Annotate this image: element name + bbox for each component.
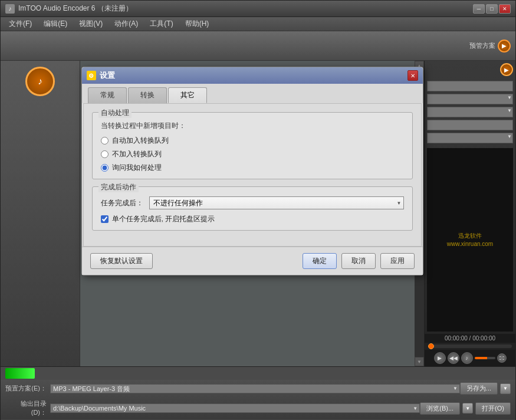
volume-slider[interactable] xyxy=(475,357,495,359)
output-extra-btn[interactable]: ▼ xyxy=(462,403,473,414)
radio-auto-add: 自动加入转换队列 xyxy=(101,136,404,146)
output-select-wrap: d:\Backup\Documents\My Music ▼ 浏览(B)... … xyxy=(50,402,511,415)
menu-tools[interactable]: 工具(T) xyxy=(144,18,179,30)
radio-ask-input[interactable] xyxy=(101,164,109,172)
menu-help[interactable]: 帮助(H) xyxy=(179,18,215,30)
watermark: 迅龙软件www.xinruan.com xyxy=(447,232,493,248)
dialog-overlay: ⚙ 设置 ✕ 常规 转换 xyxy=(80,61,424,366)
progress-bar-area xyxy=(425,343,515,350)
title-bar-left: ♪ ImTOO Audio Encoder 6 （未注册） xyxy=(5,4,133,14)
maximize-button[interactable]: □ xyxy=(486,4,498,14)
right-select-arrow-3: ▼ xyxy=(507,134,512,139)
menu-edit[interactable]: 编辑(E) xyxy=(38,18,73,30)
center-area: ▲ ▼ ⚙ 设置 ✕ xyxy=(80,61,424,366)
open-button[interactable]: 打开(O) xyxy=(475,402,511,415)
menu-bar: 文件(F) 编辑(E) 视图(V) 动作(A) 工具(T) 帮助(H) xyxy=(1,17,515,31)
dialog-title-bar: ⚙ 设置 ✕ xyxy=(82,67,423,84)
after-complete-group: 完成后动作 任务完成后： 不进行任何操作 关闭计算机 重新启动计算机 睡眠 xyxy=(92,186,413,231)
preset-extra-btn[interactable]: ▼ xyxy=(500,383,511,394)
auto-process-description: 当转换过程中新增项目时： xyxy=(101,121,404,131)
browse-button[interactable]: 浏览(B)... xyxy=(420,402,460,415)
radio-ask: 询问我如何处理 xyxy=(101,163,404,173)
volume-button[interactable]: ♪ xyxy=(461,352,473,364)
preset-row-label: 预置方案(E)： xyxy=(5,384,47,393)
dialog-title: 设置 xyxy=(100,70,115,81)
menu-file[interactable]: 文件(F) xyxy=(3,18,38,30)
right-preset-area: ▼ ▼ ▼ xyxy=(425,78,515,146)
radio-no-add-input[interactable] xyxy=(101,150,109,158)
toolbar-arrow-right[interactable]: ▶ xyxy=(498,40,511,52)
right-select-1-wrap: ▼ xyxy=(427,94,513,104)
radio-auto-add-label: 自动加入转换队列 xyxy=(112,136,169,146)
dialog-footer: 恢复默认设置 确定 取消 应用 xyxy=(82,247,423,275)
task-action-select[interactable]: 不进行任何操作 关闭计算机 重新启动计算机 睡眠 xyxy=(149,196,404,209)
right-select-2[interactable] xyxy=(427,107,513,117)
close-button[interactable]: ✕ xyxy=(499,4,511,14)
right-select-3[interactable] xyxy=(427,133,513,143)
radio-no-add-label: 不加入转换队列 xyxy=(112,149,162,159)
right-panel: ▶ ▼ ▼ ▼ xyxy=(424,61,515,366)
time-display: 00:00:00 / 00:00:00 xyxy=(425,334,515,343)
right-panel-arrow[interactable]: ▶ xyxy=(500,63,513,76)
right-select-arrow-2: ▼ xyxy=(507,108,512,113)
menu-action[interactable]: 动作(A) xyxy=(109,18,144,30)
tray-notification-checkbox[interactable] xyxy=(101,215,109,223)
media-preview: 迅龙软件www.xinruan.com xyxy=(427,148,513,332)
preset-select[interactable]: MP3 - MPEG Layer-3 音频 xyxy=(50,384,460,393)
progress-knob[interactable] xyxy=(428,343,434,349)
app-window: ♪ ImTOO Audio Encoder 6 （未注册） ─ □ ✕ 文件(F… xyxy=(0,0,516,420)
fullscreen-button[interactable]: ⛶ xyxy=(497,353,507,363)
right-select-2-wrap: ▼ xyxy=(427,107,513,117)
right-input-2[interactable] xyxy=(427,120,513,130)
dialog-footer-left: 恢复默认设置 xyxy=(90,253,298,269)
bottom-bar: 预置方案(E)： MP3 - MPEG Layer-3 音频 ▼ 另存为... … xyxy=(1,366,515,419)
radio-ask-label: 询问我如何处理 xyxy=(112,163,162,173)
output-row-label: 输出目录(D)： xyxy=(5,399,47,417)
preset-dropdown-area: 预管方案 ▶ xyxy=(469,40,511,52)
dialog-close-button[interactable]: ✕ xyxy=(407,70,418,81)
task-complete-label: 任务完成后： xyxy=(101,198,143,208)
ok-button[interactable]: 确定 xyxy=(303,253,337,269)
tray-notification-label: 单个任务完成后, 开启托盘区提示 xyxy=(112,214,215,224)
tray-notification-row: 单个任务完成后, 开启托盘区提示 xyxy=(101,214,404,224)
save-as-button[interactable]: 另存为... xyxy=(460,382,498,395)
title-bar: ♪ ImTOO Audio Encoder 6 （未注册） ─ □ ✕ xyxy=(1,1,515,17)
minimize-button[interactable]: ─ xyxy=(473,4,485,14)
task-action-select-wrapper: 不进行任何操作 关闭计算机 重新启动计算机 睡眠 ▼ xyxy=(149,196,404,209)
app-icon: ♪ xyxy=(5,4,15,14)
preset-label: 预管方案 xyxy=(469,41,495,50)
auto-process-group: 自动处理 当转换过程中新增项目时： 自动加入转换队列 不加入转换队列 xyxy=(92,112,413,179)
preset-select-wrap: MP3 - MPEG Layer-3 音频 ▼ 另存为... ▼ xyxy=(50,382,511,395)
menu-view[interactable]: 视图(V) xyxy=(73,18,109,30)
task-complete-row: 任务完成后： 不进行任何操作 关闭计算机 重新启动计算机 睡眠 ▼ xyxy=(101,196,404,209)
preset-row: 预置方案(E)： MP3 - MPEG Layer-3 音频 ▼ 另存为... … xyxy=(1,380,515,397)
right-select-arrow-1: ▼ xyxy=(507,95,512,100)
right-preset-input-1[interactable] xyxy=(427,81,513,91)
title-controls: ─ □ ✕ xyxy=(473,4,511,14)
right-select-1[interactable] xyxy=(427,94,513,104)
tab-other[interactable]: 其它 xyxy=(168,87,207,103)
dialog-tabs: 常规 转换 其它 xyxy=(82,84,423,103)
radio-auto-add-input[interactable] xyxy=(101,137,109,145)
right-panel-top: ▶ xyxy=(425,61,515,78)
progress-bar-track xyxy=(428,344,512,348)
playback-controls: ▶ ◀◀ ♪ ⛶ xyxy=(425,350,515,366)
tab-general[interactable]: 常规 xyxy=(88,87,127,103)
dialog-title-text: ⚙ 设置 xyxy=(87,70,115,81)
settings-dialog: ⚙ 设置 ✕ 常规 转换 xyxy=(81,67,423,275)
tab-convert[interactable]: 转换 xyxy=(128,87,167,103)
play-button[interactable]: ▶ xyxy=(434,352,446,364)
output-row: 输出目录(D)： d:\Backup\Documents\My Music ▼ … xyxy=(1,397,515,419)
output-select[interactable]: d:\Backup\Documents\My Music xyxy=(50,403,420,413)
cancel-button[interactable]: 取消 xyxy=(341,253,376,269)
radio-no-add: 不加入转换队列 xyxy=(101,149,404,159)
stop-button[interactable]: ◀◀ xyxy=(448,352,459,364)
app-logo: ♪ xyxy=(25,67,55,96)
restore-defaults-button[interactable]: 恢复默认设置 xyxy=(90,253,153,269)
settings-icon: ⚙ xyxy=(87,71,96,80)
right-select-3-wrap: ▼ xyxy=(427,133,513,143)
apply-button[interactable]: 应用 xyxy=(380,253,415,269)
main-content: ♪ ▲ ▼ xyxy=(1,61,515,366)
visualizer-row xyxy=(1,367,515,380)
after-complete-label: 完成后动作 xyxy=(98,182,139,192)
